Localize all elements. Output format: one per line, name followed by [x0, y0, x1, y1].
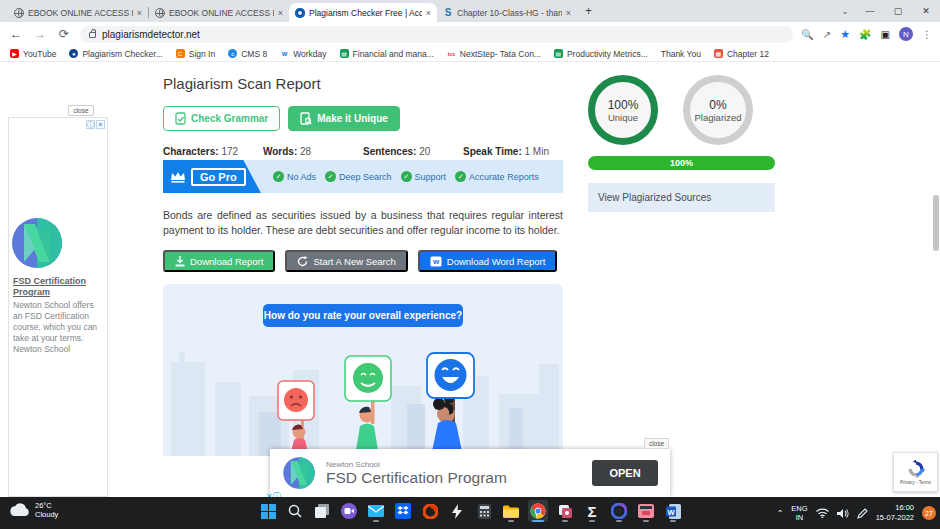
- bookmark-youtube[interactable]: ▶YouTube: [10, 49, 56, 59]
- doc-search-icon: [300, 112, 312, 125]
- menu-dots-icon[interactable]: ⋮: [922, 29, 932, 40]
- profile-avatar[interactable]: N: [899, 27, 913, 41]
- tab-close-icon[interactable]: ×: [566, 8, 571, 18]
- recaptcha-badge[interactable]: Privacy - Terms: [893, 452, 938, 492]
- start-new-search-button[interactable]: Start A New Search: [285, 250, 407, 272]
- banner-ad-close-button[interactable]: close: [644, 438, 669, 449]
- tab-search-chevron-icon[interactable]: ⌄: [834, 0, 856, 22]
- feature-support: ✓Support: [401, 171, 447, 182]
- ad-info-icon[interactable]: ⓘ: [86, 120, 95, 129]
- new-tab-button[interactable]: +: [585, 4, 592, 18]
- go-pro-ribbon: Go Pro: [163, 160, 261, 193]
- chrome-icon[interactable]: [528, 500, 548, 522]
- office-icon[interactable]: [420, 500, 440, 522]
- tab-chapter-10[interactable]: S Chapter 10-Class-HG - thanks - C ×: [437, 3, 577, 22]
- troop-app-icon[interactable]: [636, 500, 656, 522]
- reload-icon[interactable]: ⟳: [56, 27, 72, 41]
- tab-ebook-1[interactable]: EBOOK ONLINE ACCESS FOR FOL ×: [8, 3, 148, 22]
- make-it-unique-button[interactable]: Make it Unique: [288, 106, 400, 131]
- language-indicator[interactable]: ENG IN: [791, 504, 807, 522]
- go-pro-label[interactable]: Go Pro: [191, 168, 246, 186]
- zoom-search-icon[interactable]: 🔍: [801, 29, 813, 40]
- tab-close-icon[interactable]: ×: [137, 8, 142, 18]
- word-icon[interactable]: W: [663, 500, 683, 522]
- address-bar[interactable]: plagiarismdetector.net: [80, 26, 793, 43]
- side-ad[interactable]: ⓘ ✕ FSD Certification Program Newton Sch…: [8, 117, 108, 497]
- bookmark-sign-in[interactable]: CSign In: [176, 49, 215, 59]
- unique-progress-bar: 100%: [588, 156, 775, 170]
- tab-title: EBOOK ONLINE ACCESS FOR FOL: [28, 8, 133, 18]
- chapter12-icon: ▦: [714, 49, 723, 58]
- tray-chevron-icon[interactable]: ⌃: [777, 509, 784, 518]
- bookmark-productivity[interactable]: ▤Productivity Metrics...: [554, 49, 648, 59]
- start-button[interactable]: [258, 500, 278, 522]
- volume-icon[interactable]: [837, 508, 849, 519]
- time: 16:00: [876, 503, 914, 513]
- grammar-clipboard-icon: [175, 112, 186, 125]
- banner-ad-text: Newton School FSD Certification Program: [326, 460, 507, 487]
- mail-icon[interactable]: [366, 500, 386, 522]
- calculator-icon[interactable]: [474, 500, 494, 522]
- bookmark-plagiarism-checker[interactable]: ●Plagiarism Checker...: [69, 49, 162, 59]
- download-report-button[interactable]: Download Report: [163, 250, 275, 272]
- bookmark-financial[interactable]: ▤Financial and mana...: [340, 49, 434, 59]
- ad-close-icon[interactable]: ✕: [96, 120, 105, 129]
- side-panel-icon[interactable]: ▣: [881, 29, 890, 40]
- file-explorer-icon[interactable]: [501, 500, 521, 522]
- extensions-puzzle-icon[interactable]: 🧩: [859, 29, 871, 40]
- dropbox-icon[interactable]: [393, 500, 413, 522]
- bookmark-chapter12[interactable]: ▦Chapter 12: [714, 49, 769, 59]
- bookmark-thank-you[interactable]: Thank You: [661, 49, 701, 59]
- maximize-button[interactable]: ▢: [884, 0, 912, 22]
- date: 15-07-2022: [876, 513, 914, 523]
- lightning-icon[interactable]: [447, 500, 467, 522]
- banner-adchoices-icons[interactable]: ✕ⓘ: [266, 491, 281, 497]
- loop-app-icon[interactable]: [609, 500, 629, 522]
- tab-ebook-2[interactable]: EBOOK ONLINE ACCESS FOR FOL ×: [149, 3, 289, 22]
- forward-icon[interactable]: →: [32, 27, 48, 41]
- chat-icon[interactable]: [339, 500, 359, 522]
- weather-text: 26°C Cloudy: [35, 501, 58, 520]
- taskbar-tray: ⌃ ENG IN 16:00 15-07-2022 27: [777, 497, 936, 529]
- taskbar-weather-widget[interactable]: 26°C Cloudy: [8, 501, 58, 520]
- banner-ad-brand: Newton School: [326, 460, 507, 469]
- side-ad-close-button[interactable]: close: [68, 105, 94, 116]
- plagiarized-percent: 0%: [709, 98, 726, 112]
- bookmark-cms8[interactable]: cCMS 8: [228, 49, 267, 59]
- task-view-icon[interactable]: [312, 500, 332, 522]
- close-window-button[interactable]: ✕: [912, 0, 940, 22]
- wifi-icon[interactable]: [816, 508, 829, 518]
- url-text[interactable]: plagiarismdetector.net: [102, 29, 200, 40]
- side-ad-title-link[interactable]: FSD Certification Program: [13, 276, 107, 299]
- share-icon[interactable]: ↗: [823, 29, 831, 40]
- pen-icon[interactable]: [857, 508, 868, 519]
- back-icon[interactable]: ←: [8, 27, 24, 41]
- clock[interactable]: 16:00 15-07-2022: [876, 503, 914, 523]
- view-plagiarized-sources[interactable]: View Plagiarized Sources: [588, 183, 775, 212]
- banner-ad-open-button[interactable]: OPEN: [592, 460, 658, 486]
- workday-icon: W: [280, 49, 289, 58]
- download-word-report-button[interactable]: w Download Word Report: [418, 250, 558, 272]
- search-icon[interactable]: [285, 500, 305, 522]
- lock-icon[interactable]: [89, 32, 96, 38]
- tab-title: Chapter 10-Class-HG - thanks - C: [457, 8, 562, 18]
- snipping-tool-icon[interactable]: [555, 500, 575, 522]
- bookmark-star-icon[interactable]: ★: [840, 28, 850, 41]
- bookmark-workday[interactable]: WWorkday: [280, 49, 326, 59]
- go-pro-banner[interactable]: Go Pro ✓No Ads ✓Deep Search ✓Support ✓Ac…: [163, 160, 563, 193]
- tab-close-icon[interactable]: ×: [278, 8, 283, 18]
- recaptcha-privacy-terms[interactable]: Privacy - Terms: [900, 480, 931, 485]
- tab-plagiarism-checker-active[interactable]: Plagiarism Checker Free | Accurat ×: [289, 3, 437, 22]
- unique-label: Unique: [608, 112, 638, 123]
- check-grammar-button[interactable]: Check Grammar: [163, 106, 280, 131]
- feature-accurate-reports: ✓Accurate Reports: [455, 171, 539, 182]
- globe-icon: [14, 8, 24, 18]
- sigma-app-icon[interactable]: Σ: [582, 500, 602, 522]
- survey-question-button[interactable]: How do you rate your overall experience?: [263, 304, 463, 327]
- minimize-button[interactable]: —: [856, 0, 884, 22]
- bookmark-nextstep-tcs[interactable]: tcsNextStep- Tata Con...: [447, 49, 541, 59]
- banner-ad[interactable]: Newton School FSD Certification Program …: [270, 449, 670, 497]
- notification-badge[interactable]: 27: [922, 506, 936, 520]
- tab-close-icon[interactable]: ×: [426, 8, 431, 18]
- page-scrollbar[interactable]: [933, 195, 939, 251]
